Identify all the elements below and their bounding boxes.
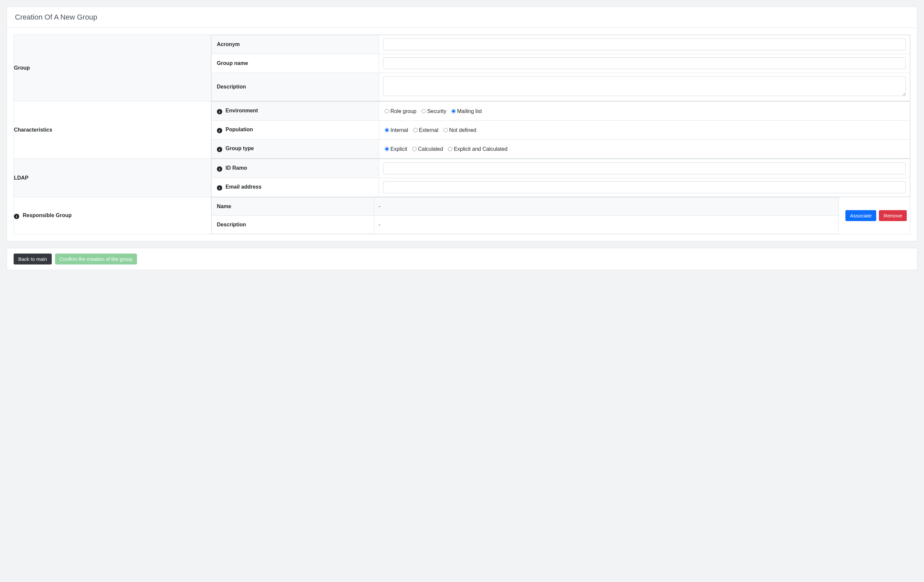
population-internal-radio[interactable] bbox=[385, 128, 389, 132]
footer-card: Back to main Confirm the creation of the… bbox=[7, 248, 917, 270]
population-external-radio[interactable] bbox=[413, 128, 417, 132]
group-type-calculated-label: Calculated bbox=[418, 146, 443, 152]
environment-security-label: Security bbox=[427, 109, 446, 114]
card-body: Group Acronym G bbox=[7, 28, 917, 241]
email-input[interactable] bbox=[383, 181, 906, 193]
form-layout-table: Group Acronym G bbox=[13, 35, 911, 234]
section-label-responsible: Responsible Group bbox=[23, 212, 72, 218]
page-title: Creation Of A New Group bbox=[7, 7, 917, 28]
population-label: Population bbox=[226, 127, 253, 132]
confirm-button[interactable]: Confirm the creation of the group bbox=[55, 253, 137, 265]
info-icon: i bbox=[217, 166, 222, 172]
info-icon: i bbox=[217, 185, 222, 191]
info-icon: i bbox=[217, 128, 222, 133]
group-type-both-radio[interactable] bbox=[448, 147, 452, 151]
environment-label: Environment bbox=[226, 108, 258, 113]
acronym-label: Acronym bbox=[211, 35, 379, 54]
responsible-desc-label: Description bbox=[211, 216, 375, 234]
section-label-ldap: LDAP bbox=[14, 159, 211, 197]
group-name-label: Group name bbox=[211, 54, 379, 73]
group-name-input[interactable] bbox=[383, 58, 906, 69]
group-type-explicit-label: Explicit bbox=[390, 146, 407, 152]
group-type-label: Group type bbox=[226, 146, 254, 151]
population-external-label: External bbox=[419, 127, 439, 133]
environment-role-radio[interactable] bbox=[385, 109, 389, 113]
section-label-group: Group bbox=[14, 35, 211, 102]
population-notdefined-radio[interactable] bbox=[444, 128, 448, 132]
responsible-name-label: Name bbox=[211, 197, 375, 216]
info-icon: i bbox=[14, 214, 19, 219]
population-radio-group: Internal External Not defined bbox=[383, 127, 478, 133]
id-ramo-label: ID Ramo bbox=[226, 165, 247, 171]
group-type-calculated-radio[interactable] bbox=[412, 147, 417, 151]
remove-button[interactable]: Remove bbox=[879, 210, 907, 221]
group-type-both-label: Explicit and Calculated bbox=[454, 146, 507, 152]
responsible-name-value: - bbox=[375, 197, 839, 216]
email-label: Email address bbox=[226, 184, 262, 189]
population-internal-label: Internal bbox=[390, 127, 408, 133]
back-button[interactable]: Back to main bbox=[13, 253, 52, 265]
environment-security-radio[interactable] bbox=[422, 109, 426, 113]
description-textarea[interactable] bbox=[383, 76, 906, 96]
description-label: Description bbox=[211, 73, 379, 101]
environment-radio-group: Role group Security Mailing list bbox=[383, 109, 484, 114]
environment-mailing-label: Mailing list bbox=[457, 109, 482, 114]
main-card: Creation Of A New Group Group Acronym bbox=[7, 7, 917, 241]
responsible-table: Name - Description - bbox=[211, 197, 839, 234]
group-fields-table: Acronym Group name bbox=[211, 35, 910, 101]
group-type-radio-group: Explicit Calculated Explicit and Calcula… bbox=[383, 146, 510, 152]
environment-role-label: Role group bbox=[390, 109, 416, 114]
info-icon: i bbox=[217, 109, 222, 114]
population-notdefined-label: Not defined bbox=[449, 127, 476, 133]
ldap-table: i ID Ramo i bbox=[211, 159, 910, 197]
info-icon: i bbox=[217, 147, 222, 152]
environment-mailing-radio[interactable] bbox=[451, 109, 456, 113]
responsible-desc-value: - bbox=[375, 216, 839, 234]
acronym-input[interactable] bbox=[383, 38, 906, 50]
section-label-characteristics: Characteristics bbox=[14, 102, 211, 159]
group-type-explicit-radio[interactable] bbox=[385, 147, 389, 151]
id-ramo-input[interactable] bbox=[383, 163, 906, 174]
characteristics-table: i Environment Role group Security Mailin… bbox=[211, 102, 910, 158]
associate-button[interactable]: Associate bbox=[845, 210, 876, 221]
